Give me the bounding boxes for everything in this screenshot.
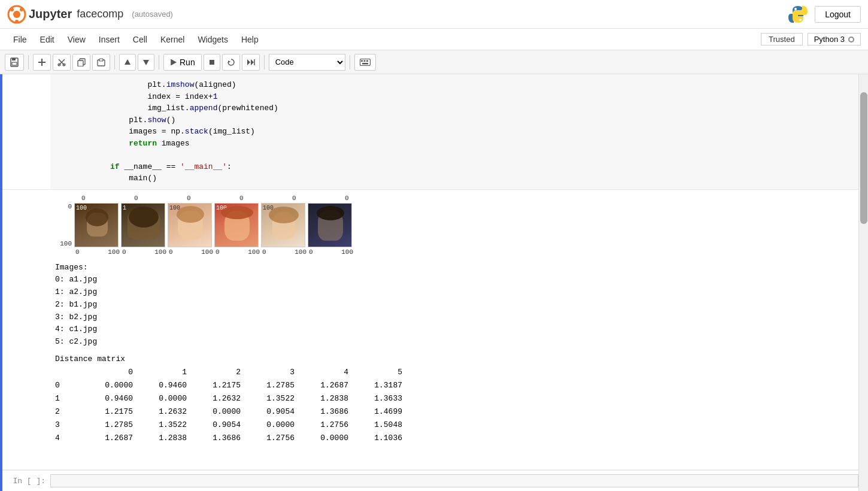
menu-kernel[interactable]: Kernel: [154, 32, 190, 47]
dist-1-5: 1.3633: [348, 392, 402, 405]
dist-3-3: 0.0000: [241, 419, 295, 432]
axis-bottom-a2: 0 100: [122, 248, 166, 256]
distance-matrix-title: Distance matrix: [55, 353, 854, 366]
plus-icon: [38, 58, 46, 66]
cell-type-select[interactable]: Code Markdown Raw NBConvert Heading: [269, 54, 345, 71]
axis-bottom-c2: 0 100: [309, 248, 353, 256]
dist-4-1: 1.2838: [133, 432, 187, 445]
scrollbar-thumb[interactable]: [860, 92, 867, 224]
copy-button[interactable]: [72, 54, 90, 71]
dist-1-2: 1.2632: [187, 392, 241, 405]
svg-point-4: [15, 20, 19, 23]
run-button[interactable]: Run: [163, 54, 202, 71]
menu-file[interactable]: File: [7, 32, 33, 47]
move-down-button[interactable]: [138, 54, 154, 71]
python-logo-icon: [787, 4, 809, 25]
paste-button[interactable]: [92, 54, 110, 71]
axis-top-5: 0: [345, 195, 389, 202]
toolbar-sep-2: [114, 55, 115, 69]
dist-row-3-idx: 3: [55, 419, 79, 432]
axis-top-4: 0: [292, 195, 336, 202]
svg-point-7: [799, 19, 802, 21]
restart-button[interactable]: [222, 54, 240, 71]
cut-icon: [57, 58, 66, 66]
kernel-badge: Python 3: [808, 33, 861, 46]
dist-header-4: 4: [295, 366, 348, 379]
scrollbar[interactable]: [858, 74, 868, 491]
code-line-5: images = np.stack(img_list): [50, 126, 858, 138]
dist-2-1: 1.2632: [133, 405, 187, 419]
arrow-down-icon: [142, 59, 150, 66]
empty-cell-input[interactable]: [50, 474, 858, 487]
dist-header-2: 2: [187, 366, 241, 379]
axis-bottom-b1: 0 100: [169, 248, 213, 256]
fast-forward-button[interactable]: [242, 54, 260, 71]
menu-cell[interactable]: Cell: [127, 32, 153, 47]
main-area: plt.imshow(aligned) index = index+1 img_…: [0, 74, 868, 491]
axis-top-2: 0: [187, 195, 231, 202]
svg-marker-26: [228, 60, 230, 63]
dist-4-0: 1.2687: [79, 432, 133, 445]
face-a1-label: 100: [76, 205, 87, 211]
menu-view[interactable]: View: [62, 32, 92, 47]
faces-row: 0 100 100 1: [50, 203, 858, 247]
notebook-title[interactable]: facecomp: [77, 8, 123, 20]
dist-0-0: 0.0000: [79, 379, 133, 392]
code-line-2: index = index+1: [50, 91, 858, 103]
dist-header-0: 0: [79, 366, 133, 379]
image-list-item-4: 4: c1.jpg: [55, 323, 854, 336]
code-content[interactable]: plt.imshow(aligned) index = index+1 img_…: [50, 74, 858, 189]
cut-button[interactable]: [53, 54, 71, 71]
dist-row-1: 1 0.9460 0.0000 1.2632 1.3522 1.2838 1.3…: [55, 392, 854, 405]
svg-marker-27: [247, 59, 250, 65]
y-label-100: 100: [50, 240, 72, 247]
menu-edit[interactable]: Edit: [34, 32, 60, 47]
toolbar-sep-3: [159, 55, 159, 69]
code-line-7: [50, 149, 858, 161]
output-prompt: [2, 190, 50, 470]
image-list-item-1: 1: a2.jpg: [55, 286, 854, 299]
move-up-button[interactable]: [119, 54, 136, 71]
topbar-right: Logout: [787, 4, 861, 25]
trusted-badge[interactable]: Trusted: [761, 33, 803, 46]
dist-header-1: 1: [133, 366, 187, 379]
dist-1-1: 0.0000: [133, 392, 187, 405]
face-a2: 1: [121, 203, 165, 247]
dist-1-4: 1.2838: [295, 392, 348, 405]
dist-0-1: 0.9460: [133, 379, 187, 392]
menu-widgets[interactable]: Widgets: [192, 32, 234, 47]
menu-help[interactable]: Help: [235, 32, 265, 47]
svg-rect-9: [12, 58, 16, 60]
add-cell-button[interactable]: [33, 54, 51, 71]
dist-4-5: 1.1036: [348, 432, 402, 445]
svg-rect-18: [78, 60, 83, 66]
toolbar-sep-1: [28, 55, 29, 69]
jupyter-label: Jupyter: [29, 7, 72, 21]
axis-bottom-b2: 0 100: [216, 248, 260, 256]
dist-0-2: 1.2175: [187, 379, 241, 392]
dist-row-0: 0 0.0000 0.9460 1.2175 1.2785 1.2687 1.3…: [55, 379, 854, 392]
arrow-up-icon: [124, 59, 131, 66]
logout-button[interactable]: Logout: [815, 6, 861, 23]
dist-0-3: 1.2785: [241, 379, 295, 392]
menu-insert[interactable]: Insert: [93, 32, 126, 47]
empty-cell[interactable]: In [ ]:: [2, 470, 858, 491]
dist-row-3: 3 1.2785 1.3522 0.9054 0.0000 1.2756 1.5…: [55, 419, 854, 432]
dist-row-2: 2 1.2175 1.2632 0.0000 0.9054 1.3686 1.4…: [55, 405, 854, 419]
toolbar-sep-5: [350, 55, 350, 69]
svg-rect-20: [99, 59, 103, 61]
face-b1: 100: [168, 203, 212, 247]
dist-4-4: 0.0000: [295, 432, 348, 445]
dist-header-5: 5: [348, 366, 402, 379]
svg-rect-30: [360, 59, 370, 65]
code-line-8: if __name__ == '__main__':: [50, 161, 858, 173]
face-a1: 100: [74, 203, 119, 247]
stop-button[interactable]: [204, 54, 220, 71]
output-cell: 0 0 0 0 0 0: [2, 190, 858, 471]
dist-2-3: 0.9054: [241, 405, 295, 419]
save-button[interactable]: [5, 54, 24, 71]
image-list-item-0: 0: a1.jpg: [55, 274, 854, 286]
keyboard-shortcuts-button[interactable]: [354, 54, 376, 71]
code-cell[interactable]: plt.imshow(aligned) index = index+1 img_…: [2, 74, 858, 190]
dist-row-2-idx: 2: [55, 405, 79, 419]
